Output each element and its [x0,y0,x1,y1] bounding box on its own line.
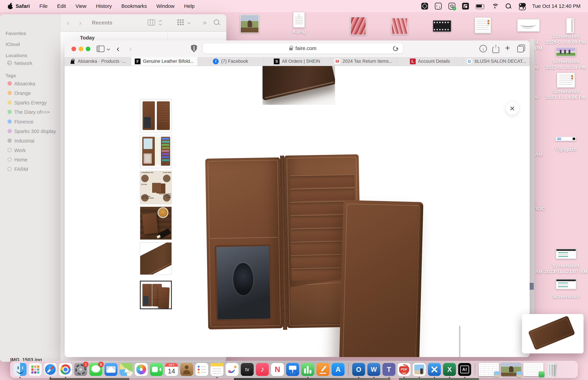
sidebar-tag-sparks-300[interactable]: Sparks 300 display [14,129,56,134]
sidebar-tag-absaroka[interactable]: Absaroka [14,81,35,87]
dock-trash[interactable] [546,362,558,377]
battery-icon[interactable] [476,3,485,10]
back-icon[interactable]: ‹ [116,43,119,54]
sidebar-tag-industrial[interactable]: Industrial [14,138,34,144]
safari-close-button[interactable] [72,47,76,51]
url-field[interactable]: faire.com [203,43,403,54]
dock-freeform[interactable] [226,363,239,376]
dock-messages[interactable]: 5 [89,363,102,376]
dock-minimized-grid-document-window[interactable] [479,363,499,376]
menu-item-edit[interactable]: Edit [57,3,66,9]
chevron-down-icon[interactable] [107,47,110,51]
safari-zoom-button[interactable] [86,47,90,51]
menu-item-bookmarks[interactable]: Bookmarks [121,3,147,9]
finder-forward-icon[interactable]: › [79,18,81,27]
wifi-icon[interactable] [491,3,498,10]
sidebar-tag-orange[interactable]: Orange [14,91,31,96]
wallet-image-preview[interactable] [522,314,584,353]
desktop-file-screenshot-3[interactable] [557,73,575,88]
file-icon-a-png[interactable] [293,12,305,28]
dock-calendar[interactable]: OCT 14 [165,363,178,376]
thumbnail-wallet-closed-closeup[interactable] [140,242,172,275]
sidebar-tag-sparks-energy[interactable]: Sparks Energy [14,100,47,106]
dock-word[interactable]: W [367,363,380,376]
dock-ai-app[interactable]: AI [458,363,471,376]
text-document-icon[interactable] [475,17,491,33]
tab-absaroka-products[interactable]: Absaroka · Products ·... [65,57,131,66]
dock-maps[interactable] [120,363,133,376]
dock-news[interactable]: N [271,363,284,376]
dock-airport-utility[interactable] [428,363,441,376]
filmstrip-icon[interactable] [433,20,451,32]
dock-launchpad[interactable] [29,363,42,376]
sidebar-icon[interactable] [97,46,104,52]
apple-menu-icon[interactable] [7,3,13,10]
reload-icon[interactable] [392,45,399,52]
desktop-file-screenshot-2[interactable] [556,47,576,56]
scarf-photo-icon[interactable] [350,17,366,35]
dock-contacts[interactable] [180,363,193,376]
sidebar-item-network[interactable]: Network [14,60,32,66]
shield-icon[interactable] [191,45,197,52]
desktop-file-ljhgdzh[interactable] [555,137,576,141]
menu-item-history[interactable]: History [96,3,112,9]
thumbnail-wallet-cards-cash[interactable] [140,135,172,168]
control-center-icon[interactable] [519,3,525,10]
dock-numbers[interactable] [301,363,314,376]
dock-mail[interactable] [104,363,117,376]
dock-system-settings[interactable]: 1 [74,363,87,376]
sync-arrows-icon[interactable] [435,3,442,10]
forward-icon[interactable]: › [129,43,132,54]
desktop-file-screenshot-1[interactable] [566,18,574,33]
sidebar-tag-home[interactable]: Home [14,157,27,163]
dock-keynote[interactable] [286,363,299,376]
sidebar-tag-florence[interactable]: Florence [14,119,34,125]
finder-back-icon[interactable]: ‹ [67,18,69,27]
dock-pdf-expert[interactable]: PDF [398,363,411,376]
group-view-icon[interactable] [177,19,185,26]
backup-check-icon[interactable] [449,3,455,10]
content-scrollbar[interactable] [459,326,460,357]
tab-overview-icon[interactable] [517,45,525,52]
dock-finder[interactable] [14,363,27,376]
tab-facebook[interactable]: f (7) Facebook [197,57,264,66]
tab-account-details[interactable]: L Account Details [397,57,463,66]
sidebar-tag-farm[interactable]: FARM [14,167,28,172]
horse-photo-icon[interactable] [240,15,259,33]
safari-minimize-button[interactable] [79,47,83,51]
menu-item-window[interactable]: Window [156,3,174,9]
share-icon[interactable] [492,44,499,53]
dock-facetime[interactable] [150,363,163,376]
tab-tax-return[interactable]: M 2024 Tax Return Items... [330,57,397,66]
sidebar-tag-work[interactable]: Work [14,148,26,153]
more-toolbar-icon[interactable]: » [203,19,207,26]
dock-music[interactable] [256,363,269,376]
scarf-photo-2-icon[interactable] [391,18,408,34]
desktop-file-screenshot-6[interactable] [556,279,576,289]
menu-item-view[interactable]: View [75,3,86,9]
thumbnail-wallet-table-whiskey[interactable] [140,207,172,240]
tab-blush-salon[interactable]: G bLUSH SALON DECAT... [463,57,530,66]
dock-outlook[interactable]: O [352,363,365,376]
downloads-icon[interactable]: ↓ [479,45,487,52]
dock-notes[interactable] [210,363,223,376]
menu-item-safari[interactable]: Safari [16,3,30,9]
dock-apple-tv[interactable]: tv [241,363,254,376]
new-tab-icon[interactable]: + [505,43,510,53]
dock-chrome[interactable] [59,363,72,376]
tab-genuine-leather-bifold[interactable]: F Genuine Leather Bifold... [131,57,198,66]
menu-clock[interactable]: Tue Oct 14 12:40 PM [532,3,581,9]
thumbnail-wallet-open-interior[interactable] [140,99,172,133]
menu-item-help[interactable]: Help [184,3,195,9]
dock-app-store[interactable]: A [332,363,344,376]
columns-view-icon[interactable] [148,19,155,25]
scan-icon[interactable] [462,3,469,10]
search-icon[interactable] [213,19,220,26]
thumbnail-wallet-open-and-closed[interactable] [140,281,172,309]
signature-card-icon[interactable] [517,19,540,32]
dock-photos[interactable] [135,363,148,376]
dock-reminders[interactable] [195,363,208,376]
dock-safari[interactable] [44,363,57,376]
dock-teams[interactable]: T [382,363,395,376]
thumbnail-wallet-infographic[interactable]: 1 checkbook slot 9 card slots 1 ID slot … [140,171,172,204]
